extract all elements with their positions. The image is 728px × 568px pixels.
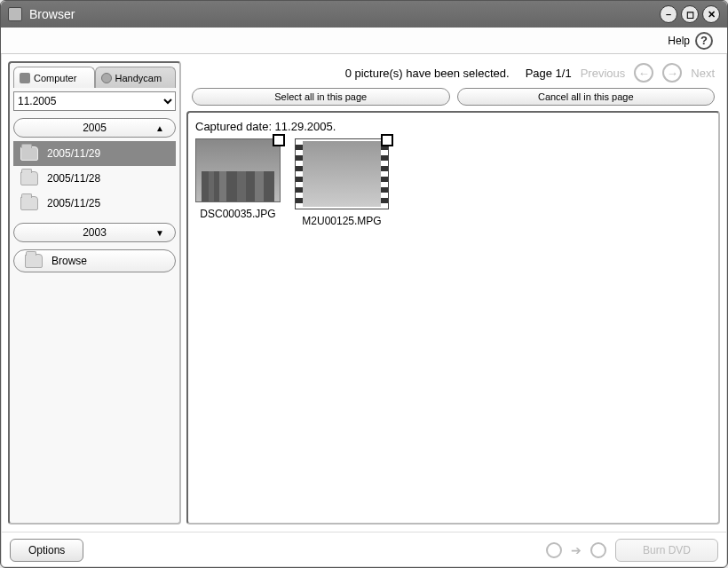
image-content: [202, 171, 274, 201]
dvd-disc-icon: [546, 542, 562, 558]
options-button[interactable]: Options: [10, 539, 83, 562]
cancel-all-label: Cancel all in this page: [538, 91, 634, 102]
year-2003-toggle[interactable]: 2003 ▼: [13, 223, 176, 242]
tab-computer[interactable]: Computer: [13, 67, 95, 88]
selection-status: 0 picture(s) have been selected.: [345, 67, 510, 80]
page-indicator: Page 1/1: [526, 67, 572, 80]
previous-label: Previous: [581, 67, 626, 80]
select-all-label: Select all in this page: [274, 91, 367, 102]
status-row: 0 picture(s) have been selected. Page 1/…: [186, 61, 720, 84]
year-label: 2003: [83, 226, 107, 239]
disc-icon: [101, 73, 112, 83]
selection-checkbox[interactable]: [273, 134, 285, 146]
collapse-up-icon: ▲: [155, 123, 164, 133]
help-label[interactable]: Help: [668, 35, 690, 47]
folder-icon: [20, 171, 38, 185]
next-button[interactable]: →: [662, 63, 682, 83]
computer-icon: [20, 73, 30, 83]
burn-label: Burn DVD: [643, 544, 691, 556]
help-bar: Help ?: [1, 28, 727, 54]
select-all-button[interactable]: Select all in this page: [192, 88, 450, 106]
date-item[interactable]: 2005/11/29: [13, 141, 176, 166]
maximize-button[interactable]: ◻: [681, 5, 699, 23]
expand-down-icon: ▼: [155, 228, 164, 238]
thumbnail-item[interactable]: M2U00125.MPG: [295, 138, 389, 227]
dvd-disc-icon: [590, 542, 606, 558]
image-thumbnail: [195, 138, 281, 202]
source-tabs: Computer Handycam: [13, 67, 176, 88]
date-label: 2005/11/28: [47, 172, 100, 185]
options-label: Options: [28, 544, 65, 556]
thumbnail-area: Captured date: 11.29.2005. DSC00035.JPG: [186, 111, 720, 525]
selection-checkbox[interactable]: [381, 134, 393, 146]
filmstrip-icon: [381, 139, 388, 209]
folder-icon: [20, 146, 38, 161]
date-list: 2005/11/29 2005/11/28 2005/11/25: [13, 141, 176, 216]
month-select[interactable]: 11.2005: [13, 91, 176, 111]
date-item[interactable]: 2005/11/28: [13, 166, 176, 191]
month-select-row: 11.2005: [13, 91, 176, 111]
date-label: 2005/11/25: [47, 197, 100, 209]
help-icon[interactable]: ?: [695, 32, 713, 50]
minimize-button[interactable]: –: [660, 5, 677, 23]
cancel-all-button[interactable]: Cancel all in this page: [457, 88, 716, 106]
folder-icon: [25, 254, 43, 268]
date-item[interactable]: 2005/11/25: [13, 191, 176, 216]
year-label: 2005: [83, 122, 107, 134]
thumbnail-list: DSC00035.JPG M2U00125.MPG: [195, 138, 711, 227]
video-content: [303, 141, 381, 207]
main-panel: 0 picture(s) have been selected. Page 1/…: [186, 61, 720, 525]
app-icon: [8, 7, 22, 21]
body: Computer Handycam 11.2005 2005 ▲: [1, 54, 727, 532]
arrow-right-icon: ➔: [571, 543, 582, 557]
thumbnail-item[interactable]: DSC00035.JPG: [195, 138, 281, 220]
sidebar: Computer Handycam 11.2005 2005 ▲: [8, 61, 181, 525]
filename: M2U00125.MPG: [302, 215, 381, 227]
title-bar: Browser – ◻ ✕: [1, 1, 727, 28]
captured-date: Captured date: 11.29.2005.: [195, 120, 711, 133]
burn-dvd-button[interactable]: Burn DVD: [615, 539, 718, 562]
tab-label: Handycam: [115, 73, 162, 83]
video-thumbnail: [295, 138, 389, 209]
browse-label: Browse: [51, 255, 87, 267]
selection-buttons: Select all in this page Cancel all in th…: [186, 84, 720, 109]
previous-button[interactable]: ←: [634, 63, 653, 83]
next-label: Next: [691, 67, 715, 80]
tab-handycam[interactable]: Handycam: [95, 67, 177, 88]
year-2005-toggle[interactable]: 2005 ▲: [13, 118, 176, 138]
folder-icon: [20, 196, 38, 210]
date-label: 2005/11/29: [47, 147, 100, 160]
close-button[interactable]: ✕: [702, 5, 720, 23]
burn-group: ➔ Burn DVD: [546, 539, 718, 562]
application-window: Browser – ◻ ✕ Help ? Computer Handycam 1…: [0, 0, 728, 568]
window-title: Browser: [29, 7, 656, 21]
filename: DSC00035.JPG: [200, 208, 275, 220]
filmstrip-icon: [296, 139, 303, 209]
footer: Options ➔ Burn DVD: [1, 532, 727, 567]
tab-label: Computer: [34, 73, 76, 83]
browse-button[interactable]: Browse: [13, 249, 176, 272]
